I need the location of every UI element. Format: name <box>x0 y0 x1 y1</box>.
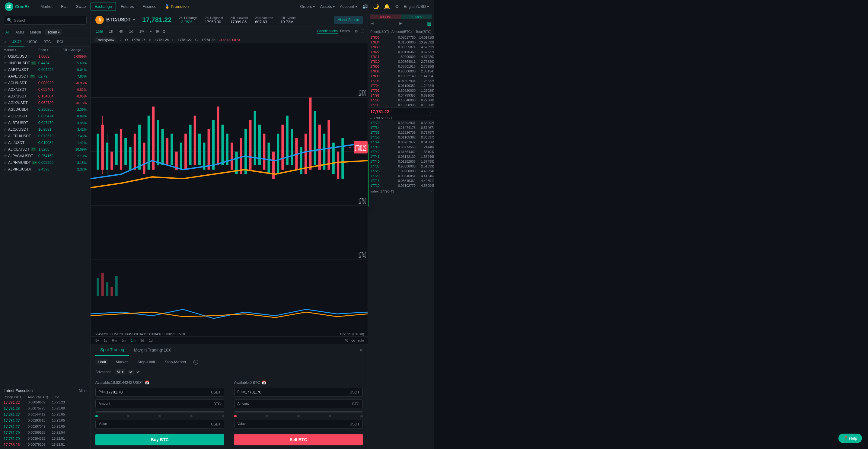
list-item[interactable]: ☆ ALEPH/USDT 0.073579 7.45% <box>0 133 90 139</box>
depth-btn[interactable]: Depth <box>340 29 350 34</box>
period-5d[interactable]: 5d <box>139 338 145 343</box>
star-marker[interactable]: ☆ <box>4 167 7 171</box>
filter-all[interactable]: All <box>4 29 11 35</box>
nav-assets[interactable]: Assets ▾ <box>320 4 335 9</box>
table-row[interactable]: 17720 0.00546851 4.4154637 <box>368 173 434 178</box>
logo[interactable]: CE CoinEx <box>5 2 30 11</box>
ticker-name[interactable]: BTC/USDT <box>106 17 131 23</box>
star-marker[interactable]: ☆ <box>4 94 7 98</box>
period-5y[interactable]: 5y <box>94 338 100 343</box>
time-btn-15m[interactable]: 15m <box>94 29 105 34</box>
order-limit[interactable]: Limit <box>95 358 108 365</box>
nav-account[interactable]: Account ▾ <box>340 4 357 9</box>
buy-value-input[interactable]: Value USDT <box>95 420 224 428</box>
order-stop-limit[interactable]: Stop-Limit <box>135 358 158 365</box>
tab-usdc[interactable]: USDC <box>25 38 41 46</box>
table-row[interactable]: 17800 0.19022140 1.4455472 <box>368 74 434 78</box>
nav-promotion[interactable]: 🏅 Promotion <box>161 2 192 10</box>
table-row[interactable]: 17710 0.07102779 4.5699451 <box>368 183 434 188</box>
table-row[interactable]: 17718 0.08345362 4.4989173 <box>368 178 434 183</box>
star-marker[interactable]: ☆ <box>4 54 7 59</box>
time-btn-1w[interactable]: 1w <box>137 29 146 34</box>
table-row[interactable]: 17789 0.16668938 0.1666893 <box>368 103 434 107</box>
buy-dot-0[interactable] <box>95 415 98 417</box>
table-row[interactable]: 17810 0.00364011 2.7732034 <box>368 59 434 64</box>
list-item[interactable]: ☆ ALPHA/USDT3X 0.095250 3.18% <box>0 159 90 166</box>
list-item[interactable]: ☆ AART/USDT 0.004492 0.04% <box>0 66 90 73</box>
list-item[interactable]: ☆ AIOZ/USDT 0.036474 0.09% <box>0 113 90 120</box>
sell-dot-25[interactable] <box>266 415 268 417</box>
order-stop-market[interactable]: Stop-Market <box>162 358 189 365</box>
star-marker[interactable]: ☆ <box>4 147 7 152</box>
table-row[interactable]: 17802 0.93600000 2.3815472 <box>368 69 434 74</box>
sell-amount-input[interactable]: Amount BTC <box>234 399 363 408</box>
table-row[interactable]: 17750 0.01105362 0.8089718 <box>368 135 434 140</box>
table-row[interactable]: 17743 0.39773558 1.2144041 <box>368 145 434 149</box>
chart-fullscreen-icon[interactable]: ⛶ <box>360 29 364 33</box>
list-item[interactable]: ☆ 1INCH/USDT3X 0.4424 5.68% <box>0 60 90 66</box>
tab-spot-trading[interactable]: Spot Trading <box>95 344 129 356</box>
sell-dot-50[interactable] <box>297 415 300 417</box>
tab-margin-trading[interactable]: Margin Trading*10X <box>129 345 176 355</box>
order-info-icon[interactable]: i <box>193 360 198 364</box>
adv-badge-al[interactable]: AL ▾ <box>115 369 125 375</box>
lang-selector[interactable]: English/USD ▾ <box>404 4 429 9</box>
sell-value-input[interactable]: Value USDT <box>234 420 363 428</box>
adv-eye-icon[interactable]: 👁 <box>136 370 140 374</box>
settings-icon[interactable]: ⚙ <box>395 4 399 9</box>
star-marker[interactable]: ☆ <box>4 81 7 85</box>
star-marker[interactable]: ☆ <box>4 127 7 132</box>
ob-expand-icon[interactable]: › <box>430 190 432 193</box>
sell-button[interactable]: Sell BTC <box>234 434 363 445</box>
table-row[interactable]: 17791 0.34799356 0.6210829 <box>368 93 434 98</box>
filter-margin[interactable]: Margin <box>28 29 43 35</box>
buy-button[interactable]: Buy BTC <box>95 434 224 445</box>
list-item[interactable]: ☆ AGIX/USDT 0.052789 -0.13% <box>0 100 90 106</box>
mine-btn[interactable]: Mine <box>79 389 87 393</box>
table-row[interactable]: 17770 0.33992931 0.3399293 <box>368 120 434 125</box>
volume-icon[interactable]: 🔊 <box>362 4 368 9</box>
table-row[interactable]: 17830 0.00555871 4.6789288 <box>368 45 434 50</box>
table-row[interactable]: 17742 0.31664362 1.5310427 <box>368 149 434 154</box>
period-6m[interactable]: 6m <box>111 338 118 343</box>
nav-swap[interactable]: Swap <box>72 2 90 10</box>
order-market[interactable]: Market <box>113 358 130 365</box>
settings-gear-icon[interactable]: ⚙ <box>360 348 363 352</box>
notification-icon[interactable]: 🔔 <box>384 4 390 9</box>
chart-icon-1[interactable]: ⊞ <box>156 29 160 34</box>
nav-futures[interactable]: Futures <box>117 2 137 10</box>
list-item[interactable]: ☆ AGLD/USDT 0.290265 2.39% <box>0 106 90 113</box>
sell-dot-0[interactable] <box>234 415 237 417</box>
period-3m[interactable]: 3m <box>120 338 127 343</box>
star-marker[interactable]: ☆ <box>4 68 7 72</box>
tab-btc[interactable]: BTC <box>41 38 54 46</box>
table-row[interactable]: 17725 1.89900000 4.4099425 <box>368 169 434 173</box>
nav-exchange[interactable]: Exchange <box>91 2 116 11</box>
buy-dot-75[interactable] <box>190 415 192 417</box>
log-toggle[interactable]: log <box>351 339 355 342</box>
star-marker[interactable]: ☆ <box>4 161 7 165</box>
ob-filter-row[interactable]: ⊟ ⊞ ▦ <box>368 19 434 28</box>
about-bitcoin-btn[interactable]: About Bitcoin <box>334 16 363 24</box>
adv-badge-m[interactable]: M <box>128 370 134 375</box>
table-row[interactable]: 17811 1.89900000 4.6722034 <box>368 54 434 59</box>
star-marker[interactable]: ☆ <box>4 74 7 78</box>
buy-amount-input[interactable]: Amount BTC <box>95 399 224 408</box>
table-row[interactable]: 17733 0.93600000 2.5109925 <box>368 164 434 169</box>
table-row[interactable]: 17790 0.10640000 0.2730829 <box>368 98 434 103</box>
table-row[interactable]: 17793 0.60920000 1.2302879 <box>368 88 434 93</box>
table-row[interactable]: 17764 0.23474178 0.5746710 <box>368 125 434 130</box>
chart-settings-icon[interactable]: ⚙ <box>354 29 358 33</box>
list-item[interactable]: ☆ ALPINE/USDT 2.4593 2.32% <box>0 166 90 172</box>
chart-icon-2[interactable]: ⚙ <box>162 29 166 34</box>
star-marker[interactable]: ☆ <box>4 140 7 145</box>
buy-price-input[interactable]: Price 17781.70 USDT <box>95 388 224 396</box>
star-icon[interactable]: ☆ <box>4 40 7 44</box>
nav-market[interactable]: Market <box>37 2 56 10</box>
table-row[interactable]: 17744 0.00767677 0.8166685 <box>368 140 434 145</box>
sell-price-input[interactable]: Price 17781.70 USDT <box>234 388 363 396</box>
list-item[interactable]: ☆ ALBT/USDT 0.047470 4.46% <box>0 120 90 126</box>
filter-amm[interactable]: AMM <box>13 29 26 35</box>
star-marker[interactable]: ☆ <box>4 121 7 125</box>
list-item[interactable]: ☆ AAVE/USDT3X 62.79 7.83% <box>0 73 90 79</box>
